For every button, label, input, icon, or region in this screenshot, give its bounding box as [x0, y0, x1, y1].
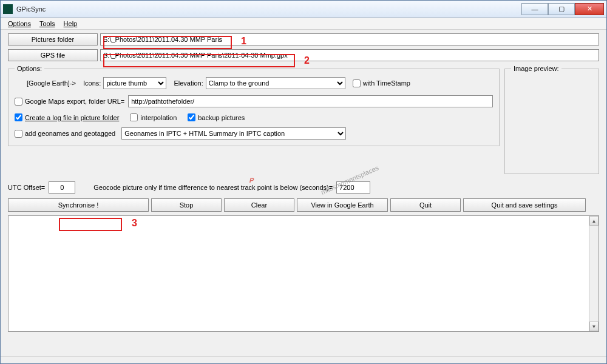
geonames-label: add geonames and geotagged: [25, 130, 115, 137]
utc-offset-label: UTC Offset=: [8, 184, 45, 191]
scroll-up-icon[interactable]: ▲: [589, 216, 599, 226]
options-legend: Options:: [15, 65, 44, 72]
gmaps-url-input[interactable]: [128, 95, 493, 107]
pictures-folder-input[interactable]: [100, 33, 599, 46]
image-preview-legend: Image preview:: [511, 65, 561, 72]
menu-help[interactable]: Help: [60, 19, 81, 29]
geonames-select[interactable]: Geonames in IPTC + HTML Summary in IPTC …: [121, 127, 346, 140]
log-textarea[interactable]: [8, 216, 589, 331]
interpolation-checkbox[interactable]: [130, 113, 138, 121]
gmaps-export-label: Google Maps export, folder URL=: [25, 98, 124, 105]
icons-select[interactable]: picture thumb: [103, 77, 166, 89]
interpolation-label: interpolation: [140, 114, 177, 121]
synchronise-button[interactable]: Synchronise !: [8, 198, 149, 212]
status-bar: [1, 356, 606, 363]
geocode-threshold-label: Geocode picture only if time difference …: [93, 184, 333, 191]
quit-button[interactable]: Quit: [390, 198, 461, 212]
icons-label: Icons:: [83, 79, 101, 87]
annotation-number-1: 1: [241, 36, 246, 47]
close-button[interactable]: ✕: [575, 3, 604, 15]
gps-file-input[interactable]: [100, 49, 599, 61]
maximize-button[interactable]: ▢: [548, 3, 575, 15]
google-earth-label: [Google Earth]->: [27, 79, 76, 87]
annotation-number-2: 2: [304, 55, 310, 66]
minimize-button[interactable]: —: [521, 3, 548, 15]
image-preview-fieldset: Image preview:: [504, 65, 599, 174]
window-title: GPicSync: [16, 5, 521, 13]
scroll-track[interactable]: [589, 226, 599, 322]
menu-tools[interactable]: Tools: [36, 19, 59, 29]
elevation-label: Elevation:: [174, 79, 203, 87]
pictures-folder-button[interactable]: Pictures folder: [8, 33, 98, 46]
timestamp-label: with TimeStamp: [363, 79, 410, 87]
log-file-checkbox[interactable]: [15, 113, 22, 121]
gps-file-button[interactable]: GPS file: [8, 49, 98, 61]
log-file-label: Create a log file in picture folder: [25, 114, 119, 121]
gmaps-export-checkbox[interactable]: [15, 98, 22, 106]
app-icon: [3, 4, 13, 14]
clear-button[interactable]: Clear: [224, 198, 294, 212]
log-area: ▲ ▼: [8, 215, 599, 332]
quit-save-button[interactable]: Quit and save settings: [463, 198, 586, 212]
backup-label: backup pictures: [198, 114, 245, 121]
elevation-select[interactable]: Clamp to the ground: [206, 77, 345, 89]
backup-checkbox[interactable]: [188, 113, 195, 121]
menu-bar: Options Tools Help: [1, 18, 606, 30]
geocode-threshold-input[interactable]: [336, 181, 370, 194]
view-google-earth-button[interactable]: View in Google Earth: [297, 198, 388, 212]
annotation-number-3: 3: [132, 218, 137, 229]
geonames-checkbox[interactable]: [15, 130, 22, 138]
stop-button[interactable]: Stop: [151, 198, 222, 212]
scroll-down-icon[interactable]: ▼: [589, 322, 599, 331]
options-fieldset: Options: [Google Earth]-> Icons: picture…: [8, 65, 500, 146]
menu-options[interactable]: Options: [4, 19, 35, 29]
log-scrollbar[interactable]: ▲ ▼: [589, 216, 599, 331]
utc-offset-input[interactable]: [49, 181, 75, 194]
timestamp-checkbox[interactable]: [353, 79, 361, 87]
